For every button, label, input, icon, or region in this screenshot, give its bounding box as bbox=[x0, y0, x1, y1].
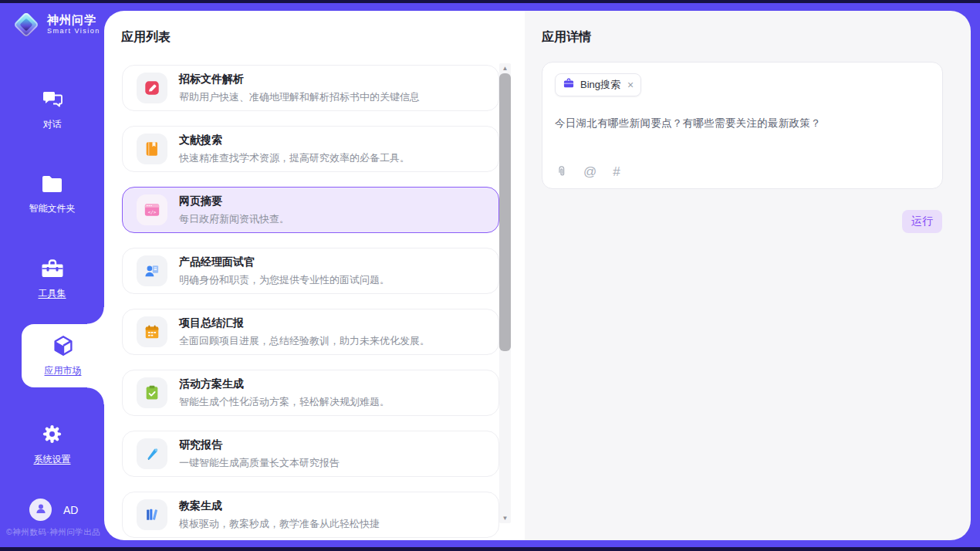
brand-subtitle: Smart Vision bbox=[47, 28, 100, 35]
app-card-pm-interviewer[interactable]: 产品经理面试官 明确身份和职责，为您提供专业性的面试问题。 bbox=[122, 248, 499, 294]
app-card-bid-parsing[interactable]: 招标文件解析 帮助用户快速、准确地理解和解析招标书中的关键信息 bbox=[122, 65, 499, 111]
window-top-frame bbox=[0, 0, 980, 3]
sidebar-item-label: 智能文件夹 bbox=[29, 202, 76, 215]
app-card-desc: 一键智能生成高质量长文本研究报告 bbox=[179, 456, 340, 470]
sidebar-item-toolbox[interactable]: 工具集 bbox=[0, 258, 104, 300]
app-card-name: 文献搜索 bbox=[179, 134, 410, 147]
book-icon bbox=[137, 134, 167, 164]
sidebar-item-app-market[interactable]: 应用市场 bbox=[22, 324, 104, 387]
app-card-project-summary[interactable]: 项目总结汇报 全面回顾项目进展，总结经验教训，助力未来优化发展。 bbox=[122, 309, 499, 355]
sidebar-item-label: 工具集 bbox=[39, 287, 66, 300]
scroll-up-icon[interactable]: ▲ bbox=[499, 63, 511, 73]
app-card-desc: 智能生成个性化活动方案，轻松解决规划难题。 bbox=[179, 395, 390, 409]
app-list-scrollbar[interactable]: ▲ ▼ bbox=[499, 63, 511, 523]
app-card-name: 研究报告 bbox=[179, 438, 340, 452]
sidebar-item-chat[interactable]: 对话 bbox=[0, 90, 104, 131]
person-icon bbox=[35, 502, 47, 518]
app-card-desc: 快速精准查找学术资源，提高研究效率的必备工具。 bbox=[179, 151, 410, 165]
research-pen-icon bbox=[137, 438, 167, 469]
app-card-name: 项目总结汇报 bbox=[179, 316, 430, 330]
clipboard-check-icon bbox=[137, 377, 167, 408]
copyright-footer: ©神州数码·神州问学出品 bbox=[6, 527, 100, 538]
window-bottom-frame bbox=[0, 547, 980, 551]
close-icon[interactable]: × bbox=[627, 79, 634, 90]
toolbox-icon bbox=[41, 258, 64, 281]
svg-text:</>: </> bbox=[148, 209, 157, 215]
folder-icon bbox=[41, 174, 63, 196]
app-card-name: 教案生成 bbox=[179, 499, 380, 513]
app-card-lesson-plan[interactable]: 教案生成 模板驱动，教案秒成，教学准备从此轻松快捷 bbox=[122, 492, 499, 538]
webpage-code-icon: </> bbox=[137, 194, 167, 225]
user-account[interactable]: AD bbox=[29, 499, 78, 521]
scrollbar-thumb[interactable] bbox=[499, 73, 511, 351]
app-card-desc: 明确身份和职责，为您提供专业性的面试问题。 bbox=[179, 273, 390, 287]
sidebar-item-label: 对话 bbox=[43, 118, 62, 131]
app-card-desc: 帮助用户快速、准确地理解和解析招标书中的关键信息 bbox=[179, 90, 420, 104]
app-card-web-summary[interactable]: </> 网页摘要 每日政府新闻资讯快查。 bbox=[122, 187, 499, 233]
avatar bbox=[29, 499, 52, 521]
tool-tag-bing-search[interactable]: Bing搜索 × bbox=[555, 73, 641, 96]
paperclip-icon[interactable] bbox=[556, 165, 567, 179]
chat-icon bbox=[42, 90, 63, 112]
app-card-desc: 每日政府新闻资讯快查。 bbox=[179, 212, 289, 226]
app-detail-panel: 应用详情 Bing搜索 × 今日湖北有哪些新闻要点？有哪些需要关注的最新政策？ bbox=[525, 11, 971, 540]
sidebar-item-smart-folder[interactable]: 智能文件夹 bbox=[0, 174, 104, 215]
interviewer-icon bbox=[137, 255, 167, 286]
app-card-name: 产品经理面试官 bbox=[179, 255, 390, 269]
calendar-icon bbox=[137, 316, 167, 347]
hash-icon[interactable]: # bbox=[613, 164, 620, 180]
sidebar-item-label: 系统设置 bbox=[34, 453, 71, 466]
app-detail-title: 应用详情 bbox=[542, 29, 591, 46]
prompt-input[interactable]: 今日湖北有哪些新闻要点？有哪些需要关注的最新政策？ bbox=[555, 117, 930, 130]
app-list-title: 应用列表 bbox=[121, 29, 171, 46]
cube-icon bbox=[52, 334, 75, 360]
books-icon bbox=[137, 499, 167, 530]
app-card-event-plan[interactable]: 活动方案生成 智能生成个性化活动方案，轻松解决规划难题。 bbox=[122, 370, 499, 416]
main-content: 应用列表 招标文件解析 帮助用户快速、准确地理解和解析招标书中的关键信息 bbox=[104, 11, 971, 540]
sidebar-item-label: 应用市场 bbox=[45, 364, 82, 377]
sidebar-item-settings[interactable]: 系统设置 bbox=[0, 424, 104, 466]
run-button[interactable]: 运行 bbox=[902, 210, 942, 233]
app-card-name: 网页摘要 bbox=[179, 194, 289, 208]
prompt-card: Bing搜索 × 今日湖北有哪些新闻要点？有哪些需要关注的最新政策？ @ # bbox=[542, 62, 943, 189]
app-card-literature-search[interactable]: 文献搜索 快速精准查找学术资源，提高研究效率的必备工具。 bbox=[122, 126, 499, 172]
diamond-logo-icon bbox=[12, 11, 40, 39]
app-card-name: 招标文件解析 bbox=[179, 73, 420, 86]
app-card-desc: 模板驱动，教案秒成，教学准备从此轻松快捷 bbox=[179, 517, 380, 531]
prompt-toolbar: @ # bbox=[556, 164, 620, 180]
app-card-research-report[interactable]: 研究报告 一键智能生成高质量长文本研究报告 bbox=[122, 431, 499, 477]
at-icon[interactable]: @ bbox=[583, 164, 596, 180]
brand-logo: 神州问学 Smart Vision bbox=[12, 11, 100, 39]
briefcase-icon bbox=[563, 77, 575, 93]
brand-name: 神州问学 bbox=[47, 14, 100, 27]
gear-icon bbox=[42, 424, 63, 447]
user-initials: AD bbox=[63, 504, 78, 516]
app-card-desc: 全面回顾项目进展，总结经验教训，助力未来优化发展。 bbox=[179, 334, 430, 348]
scroll-down-icon[interactable]: ▼ bbox=[499, 513, 511, 523]
app-card-list: 招标文件解析 帮助用户快速、准确地理解和解析招标书中的关键信息 文献搜索 快速精… bbox=[122, 65, 499, 540]
bid-document-icon bbox=[137, 73, 167, 103]
app-card-name: 活动方案生成 bbox=[179, 377, 390, 391]
tool-tag-label: Bing搜索 bbox=[580, 78, 620, 92]
app-list-panel: 应用列表 招标文件解析 帮助用户快速、准确地理解和解析招标书中的关键信息 bbox=[104, 11, 525, 540]
sidebar: 神州问学 Smart Vision 对话 智能文件夹 bbox=[0, 3, 104, 547]
